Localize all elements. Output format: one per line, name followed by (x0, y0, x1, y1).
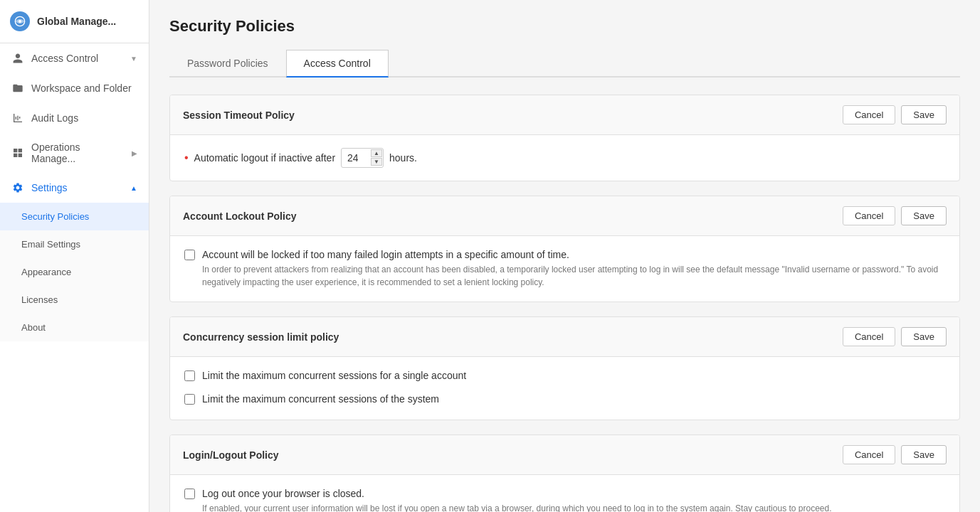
sidebar-item-operations-label: Operations Manage... (31, 142, 125, 164)
sidebar-item-audit-label: Audit Logs (31, 112, 78, 124)
sidebar-header: Global Manage... (0, 0, 149, 43)
sidebar-item-licenses[interactable]: Licenses (0, 286, 149, 314)
hours-input-wrap: ▲ ▼ (341, 148, 384, 168)
svg-point-1 (19, 20, 21, 23)
sidebar-item-workspace-folder[interactable]: Workspace and Folder (0, 73, 149, 103)
concurrency-single-checkbox[interactable] (184, 370, 195, 381)
session-timeout-save-button[interactable]: Save (901, 105, 947, 124)
concurrency-title: Concurrency session limit policy (183, 331, 339, 343)
session-timeout-title: Session Timeout Policy (183, 110, 295, 121)
account-lockout-section: Account Lockout Policy Cancel Save Accou… (169, 196, 960, 302)
concurrency-single-checkbox-wrap (184, 370, 195, 383)
account-lockout-actions: Cancel Save (843, 206, 947, 225)
login-logout-section: Login/Logout Policy Cancel Save Log out … (169, 434, 960, 512)
spin-up-button[interactable]: ▲ (371, 149, 382, 157)
login-logout-header: Login/Logout Policy Cancel Save (170, 435, 959, 475)
main-content: Security Policies Password Policies Acce… (149, 0, 980, 512)
concurrency-cancel-button[interactable]: Cancel (843, 327, 895, 346)
tab-bar: Password Policies Access Control (169, 50, 960, 78)
sidebar-item-access-control-label: Access Control (31, 53, 98, 64)
account-lockout-body: Account will be locked if too many faile… (170, 236, 959, 302)
concurrency-system-content: Limit the maximum concurrent sessions of… (202, 393, 439, 405)
concurrency-header: Concurrency session limit policy Cancel … (170, 317, 959, 357)
account-lockout-desc: In order to prevent attackers from reali… (202, 263, 945, 289)
sidebar-item-appearance[interactable]: Appearance (0, 258, 149, 286)
logout-browser-checkbox[interactable] (184, 489, 195, 499)
concurrency-single-row: Limit the maximum concurrent sessions fo… (184, 370, 945, 383)
page-title: Security Policies (169, 17, 960, 36)
login-logout-title: Login/Logout Policy (183, 449, 279, 461)
account-lockout-title: Account Lockout Policy (183, 210, 296, 222)
gear-icon (11, 181, 24, 194)
session-timeout-header: Session Timeout Policy Cancel Save (170, 95, 959, 135)
login-logout-cancel-button[interactable]: Cancel (843, 445, 895, 464)
session-timeout-section: Session Timeout Policy Cancel Save • Aut… (169, 95, 960, 181)
session-timeout-body: • Automatic logout if inactive after ▲ ▼… (170, 135, 959, 181)
session-timeout-actions: Cancel Save (843, 105, 947, 124)
sidebar-item-email-settings-label: Email Settings (21, 239, 80, 250)
sidebar-item-email-settings[interactable]: Email Settings (0, 230, 149, 258)
person-icon (11, 52, 24, 65)
chevron-right-icon: ▶ (132, 149, 137, 157)
tab-access-control[interactable]: Access Control (286, 50, 389, 78)
account-lockout-checkbox-wrap (184, 250, 195, 262)
concurrency-single-label: Limit the maximum concurrent sessions fo… (202, 370, 466, 381)
required-indicator: • (184, 151, 189, 164)
login-logout-actions: Cancel Save (843, 445, 947, 464)
account-lockout-save-button[interactable]: Save (901, 206, 947, 225)
login-logout-save-button[interactable]: Save (901, 445, 947, 464)
sidebar-item-appearance-label: Appearance (21, 267, 71, 277)
grid-icon (11, 146, 24, 159)
concurrency-system-label: Limit the maximum concurrent sessions of… (202, 393, 439, 405)
folder-icon (11, 82, 24, 95)
account-lockout-header: Account Lockout Policy Cancel Save (170, 196, 959, 236)
session-timeout-cancel-button[interactable]: Cancel (843, 105, 895, 124)
account-lockout-checkbox-row: Account will be locked if too many faile… (184, 249, 945, 289)
concurrency-section: Concurrency session limit policy Cancel … (169, 316, 960, 420)
session-timeout-suffix: hours. (389, 152, 417, 164)
logout-browser-content: Log out once your browser is closed. If … (202, 488, 832, 512)
spin-down-button[interactable]: ▼ (371, 158, 382, 166)
logout-browser-checkbox-wrap (184, 489, 195, 501)
concurrency-actions: Cancel Save (843, 327, 947, 346)
app-icon (10, 11, 30, 31)
sidebar-item-access-control[interactable]: Access Control ▼ (0, 43, 149, 73)
account-lockout-cancel-button[interactable]: Cancel (843, 206, 895, 225)
logout-browser-row: Log out once your browser is closed. If … (184, 488, 945, 512)
sidebar-item-audit-logs[interactable]: Audit Logs (0, 103, 149, 133)
concurrency-system-row: Limit the maximum concurrent sessions of… (184, 393, 945, 407)
login-logout-body: Log out once your browser is closed. If … (170, 475, 959, 512)
concurrency-system-checkbox[interactable] (184, 394, 195, 405)
account-lockout-checkbox[interactable] (184, 250, 195, 260)
concurrency-system-checkbox-wrap (184, 394, 195, 407)
sidebar-item-workspace-label: Workspace and Folder (31, 82, 132, 94)
sidebar-item-operations[interactable]: Operations Manage... ▶ (0, 133, 149, 173)
sidebar-item-about-label: About (21, 322, 46, 333)
app-title: Global Manage... (37, 16, 116, 27)
chart-icon (11, 112, 24, 124)
sidebar-item-settings-label: Settings (31, 182, 68, 193)
sidebar-item-security-policies-label: Security Policies (21, 211, 89, 222)
account-lockout-label: Account will be locked if too many faile… (202, 249, 945, 260)
sidebar-item-security-policies[interactable]: Security Policies (0, 203, 149, 230)
logout-browser-desc: If enabled, your current user informatio… (202, 502, 832, 512)
chevron-down-icon: ▼ (130, 55, 137, 63)
sidebar: Global Manage... Access Control ▼ Worksp… (0, 0, 149, 512)
session-timeout-prefix: Automatic logout if inactive after (194, 152, 335, 164)
concurrency-body: Limit the maximum concurrent sessions fo… (170, 357, 959, 420)
account-lockout-content: Account will be locked if too many faile… (202, 249, 945, 289)
chevron-up-icon: ▲ (130, 184, 137, 192)
concurrency-save-button[interactable]: Save (901, 327, 947, 346)
session-timeout-row: • Automatic logout if inactive after ▲ ▼… (184, 148, 945, 168)
logout-browser-label: Log out once your browser is closed. (202, 488, 832, 499)
sidebar-item-licenses-label: Licenses (21, 294, 58, 305)
concurrency-single-content: Limit the maximum concurrent sessions fo… (202, 370, 466, 381)
sidebar-item-about[interactable]: About (0, 314, 149, 341)
settings-submenu: Security Policies Email Settings Appeara… (0, 203, 149, 341)
sidebar-item-settings[interactable]: Settings ▲ (0, 173, 149, 203)
spin-buttons: ▲ ▼ (371, 149, 382, 166)
tab-password-policies[interactable]: Password Policies (169, 50, 286, 78)
